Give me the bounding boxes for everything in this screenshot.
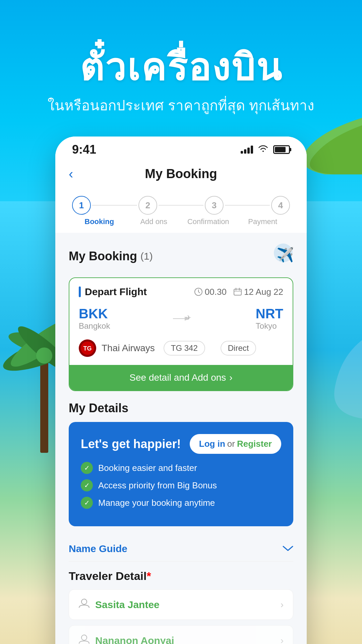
hero-title: ตั๋วเครื่องบิน bbox=[0, 47, 362, 88]
step-2-label: Add ons bbox=[127, 217, 181, 226]
chevron-down-icon bbox=[283, 543, 293, 554]
flight-number-tag: TG 342 bbox=[164, 341, 205, 356]
flight-route: BKK Bangkok ✈ NRT Tokyo bbox=[69, 303, 293, 336]
login-card: Let's get happier! Log in or Register ✓ … bbox=[69, 422, 293, 526]
status-bar: 9:41 bbox=[55, 137, 307, 160]
battery-fill bbox=[275, 147, 286, 152]
benefit-text-1: Booking easier and faster bbox=[98, 463, 197, 473]
traveler-info-2: Nananon Aonyai bbox=[78, 634, 174, 644]
step-2-circle: 2 bbox=[138, 196, 157, 215]
battery-icon bbox=[273, 145, 290, 154]
phone-mockup: 9:41 bbox=[55, 137, 307, 644]
flight-time: 00.30 bbox=[205, 287, 227, 297]
app-header: ‹ My Booking bbox=[55, 160, 307, 189]
traveler-arrow-2: › bbox=[281, 635, 284, 644]
signal-bar-1 bbox=[241, 151, 243, 154]
traveler-info-1: Sasita Jantee bbox=[78, 598, 160, 611]
svg-text:✈: ✈ bbox=[186, 314, 191, 321]
login-slogan: Let's get happier! bbox=[81, 437, 181, 451]
step-connector-1 bbox=[92, 205, 137, 206]
airline-logo: TG bbox=[79, 339, 96, 357]
signal-bars-icon bbox=[241, 146, 253, 154]
time-display: 00.30 bbox=[194, 287, 227, 297]
traveler-detail-title: Traveler Detail* bbox=[69, 570, 293, 583]
traveler-name-1: Sasita Jantee bbox=[95, 599, 160, 610]
destination-code: NRT bbox=[256, 306, 283, 321]
flight-date: 12 Aug 22 bbox=[244, 287, 283, 297]
signal-bar-4 bbox=[251, 146, 253, 154]
see-detail-button[interactable]: See detail and Add ons › bbox=[69, 365, 293, 390]
flight-card-header: Depart Flight 00.30 bbox=[69, 278, 293, 303]
plane-sticker-icon: ✈️ bbox=[266, 243, 293, 269]
person-icon-1 bbox=[78, 598, 90, 611]
login-register-button[interactable]: Log in or Register bbox=[190, 434, 281, 454]
required-star: * bbox=[146, 570, 151, 582]
name-guide-section[interactable]: Name Guide bbox=[69, 536, 293, 561]
check-icon-3: ✓ bbox=[81, 497, 93, 509]
hero-subtitle: ในหรือนอกประเทศ ราคาถูกที่สุด ทุกเส้นทาง bbox=[0, 94, 362, 116]
destination-city: Tokyo bbox=[256, 321, 283, 331]
steps-bar: 1 2 3 4 bbox=[55, 189, 307, 215]
check-icon-1: ✓ bbox=[81, 462, 93, 474]
name-guide-title: Name Guide bbox=[69, 543, 127, 554]
details-section-title: My Details bbox=[69, 401, 293, 415]
clock-icon bbox=[194, 287, 203, 296]
flight-direction-arrow: ✈ bbox=[117, 313, 249, 324]
origin-airport: BKK Bangkok bbox=[79, 306, 110, 331]
traveler-title-text: Traveler Detail bbox=[69, 570, 146, 582]
svg-point-20 bbox=[81, 599, 87, 604]
steps-labels: Booking Add ons Confirmation Payment bbox=[55, 215, 307, 233]
traveler-row-1[interactable]: Sasita Jantee › bbox=[69, 589, 293, 620]
date-display: 12 Aug 22 bbox=[233, 287, 283, 297]
destination-airport: NRT Tokyo bbox=[256, 306, 283, 331]
airline-name: Thai Airways bbox=[102, 343, 155, 354]
step-connector-3 bbox=[225, 205, 270, 206]
benefit-item-1: ✓ Booking easier and faster bbox=[81, 462, 281, 474]
signal-bar-3 bbox=[247, 148, 250, 154]
flight-type-tag: Direct bbox=[221, 341, 256, 356]
booking-section-title: My Booking (1) ✈️ bbox=[69, 243, 293, 269]
traveler-row-2[interactable]: Nananon Aonyai › bbox=[69, 625, 293, 644]
step-1-label: Booking bbox=[72, 217, 127, 226]
depart-label-text: Depart Flight bbox=[85, 286, 147, 298]
benefit-text-2: Access priority from Big Bonus bbox=[98, 480, 217, 491]
login-card-header: Let's get happier! Log in or Register bbox=[81, 434, 281, 454]
benefit-item-3: ✓ Manage your booking anytime bbox=[81, 497, 281, 509]
step-4-label: Payment bbox=[236, 217, 290, 226]
svg-rect-11 bbox=[234, 289, 241, 295]
check-icon-2: ✓ bbox=[81, 479, 93, 491]
step-4-circle: 4 bbox=[271, 196, 290, 215]
content-area: My Booking (1) ✈️ Dep bbox=[55, 233, 307, 644]
traveler-arrow-1: › bbox=[281, 599, 284, 610]
back-button[interactable]: ‹ bbox=[69, 166, 73, 181]
phone-wrapper: 9:41 bbox=[0, 130, 362, 644]
step-1-circle: 1 bbox=[72, 196, 91, 215]
flight-time-date: 00.30 12 Aug 22 bbox=[194, 287, 283, 297]
or-label: or bbox=[227, 439, 235, 449]
depart-label: Depart Flight bbox=[79, 286, 147, 298]
hero-section: ตั๋วเครื่องบิน ในหรือนอกประเทศ ราคาถูกที… bbox=[0, 0, 362, 130]
see-detail-label: See detail and Add ons bbox=[129, 372, 226, 383]
login-label: Log in bbox=[199, 439, 225, 449]
plane-arrow-icon: ✈ bbox=[173, 313, 193, 324]
benefit-item-2: ✓ Access priority from Big Bonus bbox=[81, 479, 281, 491]
svg-text:TG: TG bbox=[83, 345, 92, 352]
booking-title-text: My Booking bbox=[69, 249, 137, 263]
register-label: Register bbox=[237, 439, 272, 449]
booking-count: (1) bbox=[140, 251, 153, 262]
svg-line-10 bbox=[198, 292, 200, 293]
origin-city: Bangkok bbox=[79, 321, 110, 331]
wifi-icon bbox=[258, 145, 268, 155]
see-detail-arrow-icon: › bbox=[229, 372, 232, 383]
traveler-name-2: Nananon Aonyai bbox=[95, 635, 174, 644]
origin-code: BKK bbox=[79, 306, 110, 321]
svg-text:✈️: ✈️ bbox=[277, 247, 293, 263]
flight-card: Depart Flight 00.30 bbox=[69, 277, 293, 391]
step-3-circle: 3 bbox=[205, 196, 224, 215]
signal-bar-2 bbox=[244, 149, 246, 154]
benefit-text-3: Manage your booking anytime bbox=[98, 498, 215, 508]
calendar-icon bbox=[233, 287, 242, 296]
step-connector-2 bbox=[159, 205, 203, 206]
depart-bar bbox=[79, 286, 81, 297]
person-icon-2 bbox=[78, 634, 90, 644]
